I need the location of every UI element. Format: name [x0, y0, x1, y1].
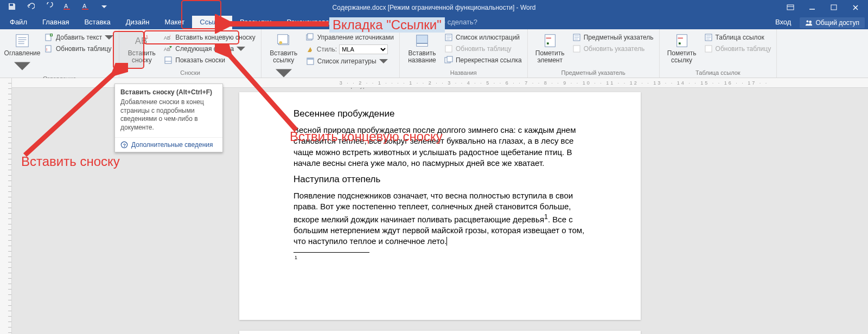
- svg-text:1: 1: [146, 34, 149, 40]
- ribbon-tabs: Файл Главная Вставка Дизайн Макет Ссылки…: [0, 15, 868, 29]
- show-footnotes-button[interactable]: Показать сноски: [163, 55, 256, 65]
- window-title: Содержание.docx [Режим ограниченной функ…: [333, 4, 536, 11]
- tooltip-title: Вставить сноску (Alt+Ctrl+F): [115, 84, 222, 98]
- quick-access-toolbar: A A: [0, 2, 108, 13]
- svg-rect-6: [831, 5, 837, 10]
- group-label-captions: Названия: [404, 68, 523, 78]
- svg-rect-26: [417, 35, 428, 43]
- minimize-icon[interactable]: [803, 2, 821, 13]
- add-text-button[interactable]: Добавить текст: [43, 33, 114, 42]
- mark-entry-button[interactable]: Пометить элемент: [532, 33, 568, 64]
- window-controls: [781, 2, 865, 13]
- tab-layout[interactable]: Макет: [157, 16, 192, 29]
- close-icon[interactable]: [846, 2, 865, 13]
- ribbon-options-icon[interactable]: [781, 2, 800, 13]
- svg-rect-18: [165, 57, 171, 63]
- font-color-icon[interactable]: A: [63, 2, 72, 13]
- qat-dropdown-icon[interactable]: [100, 2, 108, 13]
- update-toa-button: Обновить таблицу: [703, 44, 773, 54]
- insert-citation-button[interactable]: Вставить ссылку: [266, 33, 302, 81]
- svg-rect-33: [546, 37, 551, 38]
- maximize-icon[interactable]: [825, 2, 843, 13]
- sign-in[interactable]: Вход: [770, 16, 796, 29]
- svg-rect-31: [447, 56, 452, 62]
- svg-rect-25: [307, 58, 314, 60]
- citation-style-dropdown[interactable]: MLA: [339, 44, 388, 54]
- heading-1: Весеннее пробуждение: [293, 108, 586, 119]
- footnote-separator: [293, 252, 369, 253]
- table-of-figures-button[interactable]: Список иллюстраций: [443, 33, 523, 42]
- svg-point-7: [807, 20, 809, 22]
- svg-rect-29: [445, 46, 452, 52]
- svg-point-21: [279, 41, 282, 44]
- update-toc-button[interactable]: ! Обновить таблицу: [43, 44, 114, 54]
- next-footnote-button[interactable]: AB Следующая сноска: [163, 44, 256, 54]
- group-label-toa: Таблица ссылок: [664, 68, 773, 78]
- manage-sources-button[interactable]: Управление источниками: [305, 33, 395, 42]
- svg-rect-37: [678, 37, 682, 38]
- tab-view[interactable]: Вид: [349, 16, 377, 29]
- insert-endnote-button[interactable]: ABi Вставить концевую сноску: [163, 33, 256, 42]
- tab-insert[interactable]: Вставка: [76, 16, 118, 29]
- update-index-button: Обновить указатель: [571, 44, 655, 54]
- heading-2: Наступила оттепель: [293, 174, 586, 185]
- vertical-ruler: [0, 78, 12, 334]
- page[interactable]: Весеннее пробуждение Весной природа проб…: [239, 92, 641, 320]
- svg-rect-0: [10, 4, 13, 6]
- svg-rect-35: [573, 46, 580, 52]
- footnote-ref: 1: [544, 213, 548, 221]
- insert-footnote-button[interactable]: AB1 Вставить сноску: [124, 33, 159, 64]
- tab-references[interactable]: Ссылки: [192, 16, 232, 29]
- svg-text:A: A: [64, 3, 68, 9]
- text-cursor: [446, 237, 447, 246]
- tab-design[interactable]: Дизайн: [118, 16, 157, 29]
- tab-home[interactable]: Главная: [35, 16, 76, 29]
- font-color-icon-2[interactable]: A: [81, 2, 90, 13]
- paragraph-2: Появление подснежников означает, что вес…: [293, 190, 586, 247]
- svg-rect-36: [676, 35, 687, 47]
- svg-point-8: [809, 20, 812, 23]
- svg-rect-39: [705, 46, 712, 52]
- group-citations: Вставить ссылку Управление источниками С…: [261, 29, 400, 78]
- svg-rect-4: [82, 9, 88, 10]
- insert-index-button[interactable]: Предметный указатель: [571, 33, 655, 42]
- mark-citation-button[interactable]: Пометить ссылку: [664, 33, 700, 64]
- insert-caption-button[interactable]: Вставить название: [404, 33, 440, 64]
- tell-me-search[interactable]: Что вы хотите сделать?: [383, 16, 483, 29]
- group-label-footnotes: Сноски: [124, 68, 256, 78]
- cross-reference-button[interactable]: Перекрестная ссылка: [443, 55, 523, 65]
- tab-file[interactable]: Файл: [2, 16, 35, 29]
- group-footnotes: AB1 Вставить сноску ABi Вставить концеву…: [119, 29, 261, 78]
- svg-text:?: ?: [123, 143, 126, 148]
- undo-icon[interactable]: [26, 2, 35, 13]
- svg-text:AB: AB: [164, 47, 170, 52]
- update-table-button: Обновить таблицу: [443, 44, 523, 54]
- title-bar: A A Содержание.docx [Режим ограниченной …: [0, 0, 868, 15]
- insert-toa-button[interactable]: Таблица ссылок: [703, 33, 773, 42]
- svg-rect-23: [308, 34, 313, 39]
- svg-rect-32: [545, 35, 555, 47]
- share-button[interactable]: Общий доступ: [800, 17, 865, 28]
- svg-rect-9: [16, 35, 29, 47]
- save-icon[interactable]: [8, 2, 16, 13]
- svg-text:!: !: [46, 47, 47, 52]
- svg-rect-27: [417, 44, 428, 47]
- bibliography-button[interactable]: Список литературы: [305, 56, 395, 66]
- svg-rect-20: [277, 35, 288, 44]
- group-index: Пометить элемент Предметный указатель Об…: [528, 29, 660, 78]
- tab-mailings[interactable]: Рассылки: [232, 16, 279, 29]
- footnote-marker: 1: [295, 255, 588, 260]
- toc-button[interactable]: Оглавление: [4, 33, 40, 74]
- svg-text:i: i: [170, 34, 170, 37]
- svg-rect-2: [63, 9, 70, 10]
- group-label-index: Предметный указатель: [532, 68, 655, 78]
- group-captions: Вставить название Список иллюстраций Обн…: [400, 29, 528, 78]
- citation-style-select[interactable]: Стиль: MLA: [305, 44, 395, 55]
- group-toc: Оглавление Добавить текст ! Обновить таб…: [0, 29, 119, 78]
- svg-rect-5: [787, 5, 794, 10]
- page-next-peek: [239, 331, 641, 334]
- tooltip-insert-footnote: Вставить сноску (Alt+Ctrl+F) Добавление …: [114, 84, 223, 152]
- tab-review[interactable]: Рецензирование: [279, 16, 348, 29]
- redo-icon[interactable]: [44, 2, 53, 13]
- tooltip-more-link[interactable]: ? Дополнительные сведения: [115, 137, 222, 152]
